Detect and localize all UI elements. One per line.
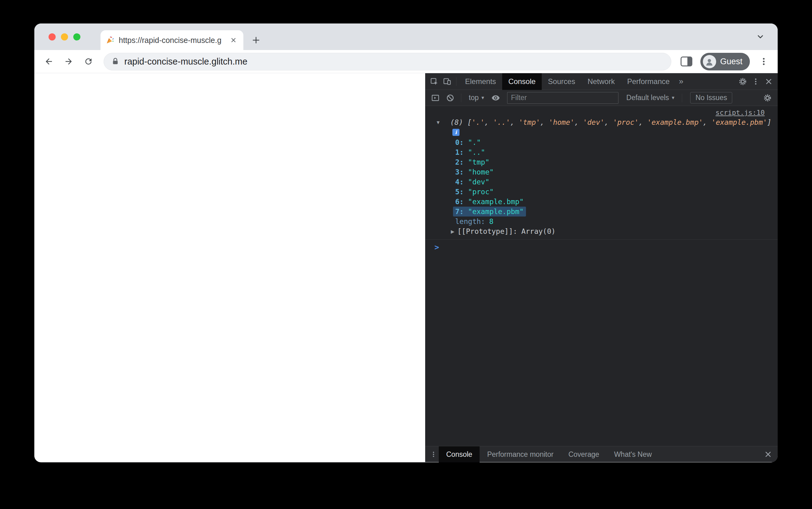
divider bbox=[461, 94, 461, 102]
preview-string: 'example.bmp' bbox=[647, 118, 703, 126]
devtools-menu-kebab-icon[interactable] bbox=[749, 75, 762, 88]
window-controls bbox=[49, 33, 81, 40]
profile-button[interactable]: Guest bbox=[700, 53, 750, 70]
entry-value: "proc" bbox=[468, 188, 494, 196]
console-array-entry[interactable]: 5: "proc" bbox=[425, 187, 778, 197]
profile-label: Guest bbox=[720, 57, 743, 66]
live-expression-eye-icon[interactable] bbox=[489, 92, 502, 104]
preview-string: 'tmp' bbox=[519, 118, 540, 126]
browser-tab[interactable]: https://rapid-concise-muscle.g bbox=[100, 30, 243, 50]
devtools-close-icon[interactable] bbox=[762, 75, 775, 88]
window-zoom-button[interactable] bbox=[73, 33, 81, 40]
entry-value: "dev" bbox=[468, 178, 490, 186]
context-label: top bbox=[469, 94, 479, 102]
tab-elements[interactable]: Elements bbox=[459, 73, 502, 90]
more-tabs-button[interactable]: » bbox=[676, 77, 686, 86]
tab-close-icon[interactable] bbox=[228, 35, 239, 45]
tab-search-chevron-icon[interactable] bbox=[754, 31, 767, 43]
drawer-menu-kebab-icon[interactable] bbox=[428, 448, 439, 461]
side-panel-button[interactable] bbox=[681, 57, 692, 66]
address-bar[interactable]: rapid-concise-muscle.glitch.me bbox=[103, 53, 671, 70]
entry-value: "." bbox=[468, 138, 481, 146]
window-close-button[interactable] bbox=[49, 33, 56, 40]
collapsed-caret-icon[interactable]: ▶ bbox=[451, 227, 455, 237]
console-array-entry[interactable]: 3: "home" bbox=[425, 167, 778, 177]
tab-console[interactable]: Console bbox=[502, 73, 542, 90]
tab-title: https://rapid-concise-muscle.g bbox=[119, 36, 224, 45]
preview-string: 'home' bbox=[549, 118, 574, 126]
entry: 5: "proc" bbox=[455, 187, 494, 197]
preview-token: ] bbox=[767, 118, 772, 126]
devtools-drawer: Console Performance monitor Coverage Wha… bbox=[425, 446, 778, 462]
tab-network[interactable]: Network bbox=[581, 73, 621, 90]
entry-highlighted: 7: "example.pbm" bbox=[453, 207, 526, 216]
window-minimize-button[interactable] bbox=[61, 33, 68, 40]
entry-value: "example.pbm" bbox=[468, 208, 524, 215]
preview-string: 'dev' bbox=[583, 118, 604, 126]
tab-sources[interactable]: Sources bbox=[542, 73, 581, 90]
chevron-down-icon: ▾ bbox=[481, 95, 484, 101]
console-array-entry[interactable]: 6: "example.bmp" bbox=[425, 197, 778, 207]
browser-toolbar: rapid-concise-muscle.glitch.me Guest bbox=[34, 50, 778, 73]
console-array-entry[interactable]: 0: "." bbox=[425, 137, 778, 147]
console-array-entry[interactable]: 7: "example.pbm" bbox=[425, 207, 778, 216]
lock-icon[interactable] bbox=[111, 58, 119, 66]
console-array-entry[interactable]: 4: "dev" bbox=[425, 177, 778, 187]
array-preview-row[interactable]: ▼ (8) ['.', '..', 'tmp', 'home', 'dev', … bbox=[425, 117, 778, 127]
preview-token: , bbox=[485, 118, 493, 126]
console-insight-icon[interactable]: i bbox=[452, 129, 460, 136]
entry-value: "tmp" bbox=[468, 158, 490, 166]
entry-index: 6: bbox=[455, 198, 468, 206]
preview-token: (8) bbox=[450, 118, 467, 126]
console-array-entry[interactable]: 1: ".." bbox=[425, 147, 778, 157]
console-filter-input[interactable] bbox=[507, 92, 618, 104]
inspect-element-icon[interactable] bbox=[428, 75, 441, 88]
entry-value: "example.bmp" bbox=[468, 198, 524, 206]
drawer-tab-console[interactable]: Console bbox=[439, 446, 479, 462]
console-settings-gear-icon[interactable] bbox=[761, 92, 774, 104]
new-tab-button[interactable] bbox=[250, 34, 262, 47]
entry-index: 0: bbox=[455, 138, 468, 146]
device-toolbar-icon[interactable] bbox=[441, 75, 454, 88]
drawer-tab-whats-new[interactable]: What's New bbox=[607, 446, 659, 462]
drawer-close-icon[interactable] bbox=[761, 448, 775, 461]
entry-index: 2: bbox=[455, 158, 468, 166]
length-label: length: bbox=[455, 217, 485, 226]
preview-token: , bbox=[703, 118, 712, 126]
array-length-row: length:8 bbox=[425, 216, 778, 227]
array-entries: 0: "."1: ".."2: "tmp"3: "home"4: "dev"5:… bbox=[425, 137, 778, 216]
clear-console-icon[interactable] bbox=[444, 92, 457, 104]
entry: 2: "tmp" bbox=[455, 157, 490, 167]
reload-button[interactable] bbox=[83, 56, 94, 67]
issues-badge[interactable]: No Issues bbox=[690, 92, 732, 103]
forward-button[interactable] bbox=[63, 56, 74, 67]
preview-string: '.' bbox=[472, 118, 485, 126]
console-source-link[interactable]: script.js:10 bbox=[716, 109, 765, 116]
prototype-row[interactable]: ▶ [[Prototype]]:Array(0) bbox=[425, 227, 778, 236]
log-levels-dropdown[interactable]: Default levels ▾ bbox=[623, 94, 678, 102]
entry-index: 4: bbox=[455, 178, 468, 186]
divider bbox=[456, 77, 457, 86]
entry: 1: ".." bbox=[455, 147, 485, 157]
devtools-settings-gear-icon[interactable] bbox=[736, 75, 749, 88]
tab-performance[interactable]: Performance bbox=[621, 73, 676, 90]
url-text: rapid-concise-muscle.glitch.me bbox=[124, 57, 247, 67]
browser-menu-button[interactable] bbox=[758, 56, 770, 67]
console-prompt[interactable]: > bbox=[425, 240, 778, 252]
drawer-tab-coverage[interactable]: Coverage bbox=[561, 446, 607, 462]
preview-token: , bbox=[510, 118, 519, 126]
console-array-entry[interactable]: 2: "tmp" bbox=[425, 157, 778, 167]
tab-strip: https://rapid-concise-muscle.g bbox=[34, 24, 778, 50]
drawer-tab-performance-monitor[interactable]: Performance monitor bbox=[479, 446, 561, 462]
levels-label: Default levels bbox=[626, 94, 669, 102]
devtools-tabbar: Elements Console Sources Network Perform… bbox=[425, 73, 778, 90]
entry-index: 3: bbox=[455, 168, 468, 176]
preview-token: , bbox=[574, 118, 583, 126]
browser-window: https://rapid-concise-muscle.g bbox=[34, 24, 778, 462]
javascript-context-dropdown[interactable]: top ▾ bbox=[466, 94, 487, 102]
back-button[interactable] bbox=[43, 56, 55, 67]
expand-caret-icon[interactable]: ▼ bbox=[436, 118, 441, 128]
console-sidebar-toggle-icon[interactable] bbox=[429, 92, 442, 104]
preview-token: [ bbox=[467, 118, 472, 126]
entry-index: 7: bbox=[455, 208, 468, 215]
